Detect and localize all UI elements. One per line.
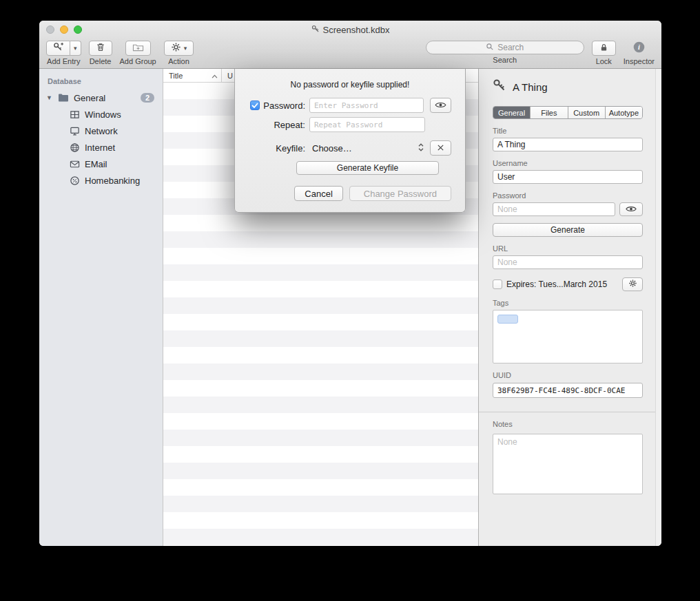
- eye-icon: [626, 204, 637, 215]
- password-field-label: Password: [493, 191, 643, 200]
- expires-checkbox[interactable]: [493, 280, 502, 289]
- minimize-button[interactable]: [60, 25, 68, 34]
- sidebar-item-label: Windows: [85, 109, 121, 120]
- envelope-icon: [70, 159, 80, 169]
- generate-password-button[interactable]: Generate: [493, 223, 643, 237]
- inspector-panel: A Thing General Files Custom Autotype Ti…: [479, 69, 661, 546]
- titlebar: Screenshot.kdbx: [39, 21, 661, 39]
- password-input[interactable]: [309, 98, 424, 113]
- toolbar-item-add-entry: ▾ Add Entry: [46, 41, 81, 65]
- close-button[interactable]: [46, 25, 54, 34]
- password-field[interactable]: [493, 202, 615, 216]
- keyfile-popup[interactable]: Choose…: [309, 143, 424, 154]
- delete-label: Delete: [90, 57, 112, 65]
- add-entry-button[interactable]: [46, 41, 70, 56]
- windows-icon: [70, 109, 80, 120]
- lock-icon: [599, 43, 608, 54]
- inspector-header: A Thing: [493, 78, 643, 95]
- globe-icon: [70, 143, 80, 153]
- search-icon: [486, 43, 494, 53]
- sidebar-group-general[interactable]: ▼ General 2: [39, 89, 163, 106]
- disclosure-triangle-icon[interactable]: ▼: [46, 94, 53, 101]
- column-header-title[interactable]: Title: [163, 69, 222, 82]
- search-placeholder: Search: [497, 43, 524, 52]
- tags-field[interactable]: [493, 310, 643, 363]
- username-field-label: Username: [493, 159, 643, 167]
- window-title: Screenshot.kdbx: [311, 25, 390, 35]
- sidebar-section-header: Database: [39, 74, 163, 89]
- sidebar-item-internet[interactable]: Internet: [39, 139, 163, 156]
- add-group-button[interactable]: [125, 41, 151, 56]
- expires-settings-button[interactable]: [622, 277, 643, 291]
- document-icon: [311, 25, 320, 35]
- repeat-input[interactable]: [309, 117, 425, 132]
- add-entry-dropdown-button[interactable]: ▾: [70, 41, 81, 56]
- reveal-password-button[interactable]: [619, 202, 643, 216]
- chevron-down-icon: ▾: [184, 45, 187, 52]
- window-title-text: Screenshot.kdbx: [323, 25, 390, 35]
- network-icon: [70, 126, 80, 136]
- notes-field[interactable]: [493, 434, 643, 494]
- inspector-tabs: General Files Custom Autotype: [493, 106, 643, 119]
- divider: [479, 412, 661, 412]
- zoom-button[interactable]: [74, 25, 82, 34]
- password-label: Password:: [263, 101, 305, 111]
- keyfile-popup-value: Choose…: [312, 143, 352, 154]
- window-controls: [46, 25, 82, 34]
- svg-text:i: i: [638, 43, 640, 51]
- inspector-scrollbar[interactable]: [655, 69, 661, 546]
- delete-button[interactable]: [89, 41, 112, 56]
- lock-label: Lock: [596, 57, 612, 65]
- username-field[interactable]: [493, 170, 643, 184]
- entry-count-badge: 2: [141, 93, 154, 103]
- repeat-label: Repeat:: [274, 120, 305, 130]
- keyfile-row: Keyfile: Choose…: [249, 140, 451, 156]
- inspector-toggle-button[interactable]: i: [626, 41, 652, 56]
- folder-icon: [58, 93, 69, 103]
- sheet-message: No password or keyfile supplied!: [249, 80, 451, 89]
- sidebar-item-label: Network: [85, 126, 118, 136]
- toolbar-item-action: ▾ Action: [164, 41, 194, 65]
- url-field[interactable]: [493, 255, 643, 269]
- generate-keyfile-button[interactable]: Generate Keyfile: [296, 161, 439, 175]
- sheet-buttons: Cancel Change Password: [249, 186, 451, 201]
- tab-custom[interactable]: Custom: [568, 107, 606, 118]
- cancel-button[interactable]: Cancel: [294, 186, 342, 201]
- content-area: Database ▼ General 2 Windows Networ: [39, 69, 661, 546]
- close-icon: [437, 143, 444, 154]
- tab-autotype[interactable]: Autotype: [606, 107, 642, 118]
- sidebar-item-windows[interactable]: Windows: [39, 106, 163, 123]
- tag-token[interactable]: [497, 315, 518, 324]
- toolbar: ▾ Add Entry Delete Add Group: [39, 39, 661, 69]
- expires-row: Expires: Tues...March 2015: [493, 277, 643, 291]
- info-icon: i: [632, 41, 646, 56]
- toolbar-item-search: Search Search: [426, 41, 584, 64]
- action-label: Action: [168, 57, 189, 65]
- toolbar-item-lock: Lock: [592, 41, 616, 65]
- password-checkbox[interactable]: [250, 101, 260, 110]
- reveal-password-button[interactable]: [430, 98, 451, 113]
- sort-ascending-icon: [212, 72, 218, 80]
- sidebar-item-homebanking[interactable]: Homebanking: [39, 172, 163, 189]
- change-password-button[interactable]: Change Password: [349, 186, 451, 201]
- toolbar-item-delete: Delete: [89, 41, 112, 65]
- clear-keyfile-button[interactable]: [430, 140, 451, 156]
- sidebar-item-network[interactable]: Network: [39, 123, 163, 139]
- action-button[interactable]: ▾: [164, 41, 194, 56]
- lock-button[interactable]: [592, 41, 616, 56]
- sidebar-item-label: EMail: [85, 159, 107, 169]
- search-label: Search: [493, 56, 517, 64]
- key-icon: [493, 78, 506, 95]
- tab-general[interactable]: General: [493, 107, 531, 118]
- coin-percent-icon: [70, 176, 80, 186]
- trash-icon: [96, 42, 105, 54]
- uuid-field[interactable]: [493, 383, 643, 398]
- sidebar-group-label: General: [74, 93, 105, 103]
- tab-files[interactable]: Files: [531, 107, 568, 118]
- sidebar-item-email[interactable]: EMail: [39, 156, 163, 172]
- expires-label: Expires: Tues...March 2015: [506, 280, 607, 289]
- add-group-label: Add Group: [120, 57, 156, 65]
- uuid-label: UUID: [493, 371, 643, 379]
- search-input[interactable]: Search: [426, 41, 584, 54]
- title-field[interactable]: [493, 138, 643, 151]
